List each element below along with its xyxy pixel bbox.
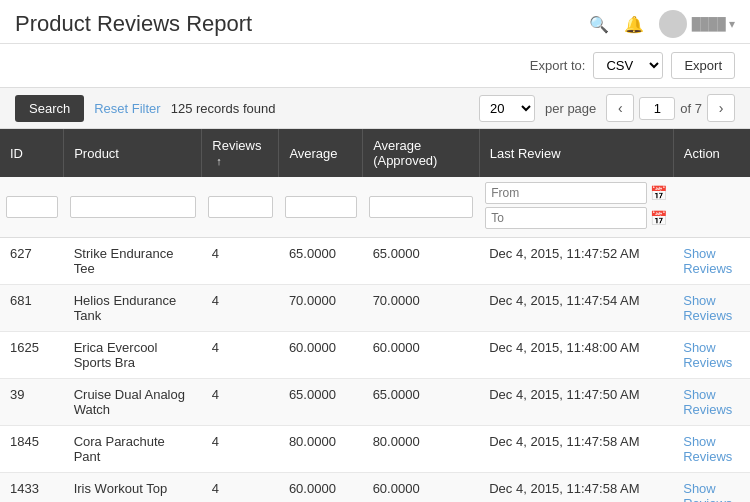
cell-product: Cora Parachute Pant bbox=[64, 426, 202, 473]
calendar-to-icon[interactable]: 📅 bbox=[650, 210, 667, 226]
cell-id: 681 bbox=[0, 285, 64, 332]
cell-product: Helios Endurance Tank bbox=[64, 285, 202, 332]
export-format-select[interactable]: CSV XML Excel bbox=[593, 52, 663, 79]
cell-last-review: Dec 4, 2015, 11:47:54 AM bbox=[479, 285, 673, 332]
col-header-action: Action bbox=[673, 129, 750, 177]
prev-page-button[interactable]: ‹ bbox=[606, 94, 634, 122]
page-total: of 7 bbox=[680, 101, 702, 116]
table-body: 627Strike Endurance Tee465.000065.0000De… bbox=[0, 238, 750, 503]
cell-avg-approved: 80.0000 bbox=[363, 426, 480, 473]
col-header-product[interactable]: Product bbox=[64, 129, 202, 177]
cell-action: Show Reviews bbox=[673, 238, 750, 285]
cell-avg-approved: 65.0000 bbox=[363, 238, 480, 285]
per-page-label: per page bbox=[545, 101, 596, 116]
calendar-from-icon[interactable]: 📅 bbox=[650, 185, 667, 201]
cell-reviews: 4 bbox=[202, 473, 279, 503]
export-bar: Export to: CSV XML Excel Export bbox=[0, 44, 750, 87]
cell-product: Erica Evercool Sports Bra bbox=[64, 332, 202, 379]
filter-average bbox=[279, 177, 363, 238]
cell-id: 1625 bbox=[0, 332, 64, 379]
show-reviews-link[interactable]: Show Reviews bbox=[683, 340, 732, 370]
cell-product: Iris Workout Top bbox=[64, 473, 202, 503]
cell-reviews: 4 bbox=[202, 332, 279, 379]
filter-date-from-input[interactable] bbox=[485, 182, 647, 204]
avatar bbox=[659, 10, 687, 38]
cell-product: Strike Endurance Tee bbox=[64, 238, 202, 285]
cell-average: 80.0000 bbox=[279, 426, 363, 473]
sort-arrow-reviews: ↑ bbox=[216, 155, 222, 167]
bell-icon[interactable]: 🔔 bbox=[624, 15, 644, 34]
table-row: 1433Iris Workout Top460.000060.0000Dec 4… bbox=[0, 473, 750, 503]
reset-filter-link[interactable]: Reset Filter bbox=[94, 101, 160, 116]
page-title: Product Reviews Report bbox=[15, 11, 252, 37]
cell-last-review: Dec 4, 2015, 11:48:00 AM bbox=[479, 332, 673, 379]
reviews-table: ID Product Reviews ↑ Average Average (Ap… bbox=[0, 129, 750, 502]
table-row: 1625Erica Evercool Sports Bra460.000060.… bbox=[0, 332, 750, 379]
cell-avg-approved: 60.0000 bbox=[363, 473, 480, 503]
filter-product-input[interactable] bbox=[70, 196, 196, 218]
cell-avg-approved: 65.0000 bbox=[363, 379, 480, 426]
records-info: 125 records found bbox=[171, 101, 276, 116]
cell-product: Cruise Dual Analog Watch bbox=[64, 379, 202, 426]
per-page-select[interactable]: 20 50 100 bbox=[479, 95, 535, 122]
col-header-last-review[interactable]: Last Review bbox=[479, 129, 673, 177]
toolbar: Search Reset Filter 125 records found 20… bbox=[0, 87, 750, 129]
col-header-reviews[interactable]: Reviews ↑ bbox=[202, 129, 279, 177]
cell-last-review: Dec 4, 2015, 11:47:52 AM bbox=[479, 238, 673, 285]
filter-row: 📅 📅 bbox=[0, 177, 750, 238]
filter-avg-approved bbox=[363, 177, 480, 238]
table-row: 627Strike Endurance Tee465.000065.0000De… bbox=[0, 238, 750, 285]
cell-id: 1433 bbox=[0, 473, 64, 503]
show-reviews-link[interactable]: Show Reviews bbox=[683, 434, 732, 464]
cell-average: 60.0000 bbox=[279, 473, 363, 503]
cell-reviews: 4 bbox=[202, 238, 279, 285]
cell-last-review: Dec 4, 2015, 11:47:58 AM bbox=[479, 473, 673, 503]
cell-action: Show Reviews bbox=[673, 379, 750, 426]
filter-date-to-input[interactable] bbox=[485, 207, 647, 229]
table-row: 681Helios Endurance Tank470.000070.0000D… bbox=[0, 285, 750, 332]
cell-reviews: 4 bbox=[202, 285, 279, 332]
cell-reviews: 4 bbox=[202, 426, 279, 473]
header-icons: 🔍 🔔 ████ ▾ bbox=[589, 10, 735, 38]
search-button[interactable]: Search bbox=[15, 95, 84, 122]
show-reviews-link[interactable]: Show Reviews bbox=[683, 246, 732, 276]
filter-avg-approved-input[interactable] bbox=[369, 196, 474, 218]
cell-action: Show Reviews bbox=[673, 285, 750, 332]
page-number-input[interactable] bbox=[639, 97, 675, 120]
export-button[interactable]: Export bbox=[671, 52, 735, 79]
filter-reviews bbox=[202, 177, 279, 238]
cell-average: 70.0000 bbox=[279, 285, 363, 332]
filter-reviews-input[interactable] bbox=[208, 196, 273, 218]
show-reviews-link[interactable]: Show Reviews bbox=[683, 481, 732, 502]
show-reviews-link[interactable]: Show Reviews bbox=[683, 293, 732, 323]
page-header: Product Reviews Report 🔍 🔔 ████ ▾ bbox=[0, 0, 750, 44]
user-label: ████ ▾ bbox=[692, 17, 735, 31]
cell-average: 65.0000 bbox=[279, 379, 363, 426]
filter-last-review: 📅 📅 bbox=[479, 177, 673, 238]
search-icon[interactable]: 🔍 bbox=[589, 15, 609, 34]
user-menu[interactable]: ████ ▾ bbox=[659, 10, 735, 38]
export-label: Export to: bbox=[530, 58, 586, 73]
pagination: ‹ of 7 › bbox=[606, 94, 735, 122]
cell-id: 39 bbox=[0, 379, 64, 426]
cell-last-review: Dec 4, 2015, 11:47:50 AM bbox=[479, 379, 673, 426]
filter-id-input[interactable] bbox=[6, 196, 58, 218]
cell-avg-approved: 70.0000 bbox=[363, 285, 480, 332]
filter-action bbox=[673, 177, 750, 238]
table-row: 39Cruise Dual Analog Watch465.000065.000… bbox=[0, 379, 750, 426]
col-header-average[interactable]: Average bbox=[279, 129, 363, 177]
col-header-avg-approved[interactable]: Average (Approved) bbox=[363, 129, 480, 177]
filter-product bbox=[64, 177, 202, 238]
next-page-button[interactable]: › bbox=[707, 94, 735, 122]
filter-average-input[interactable] bbox=[285, 196, 357, 218]
cell-avg-approved: 60.0000 bbox=[363, 332, 480, 379]
cell-id: 1845 bbox=[0, 426, 64, 473]
cell-reviews: 4 bbox=[202, 379, 279, 426]
cell-action: Show Reviews bbox=[673, 426, 750, 473]
col-header-id[interactable]: ID bbox=[0, 129, 64, 177]
show-reviews-link[interactable]: Show Reviews bbox=[683, 387, 732, 417]
table-row: 1845Cora Parachute Pant480.000080.0000De… bbox=[0, 426, 750, 473]
cell-action: Show Reviews bbox=[673, 473, 750, 503]
cell-average: 65.0000 bbox=[279, 238, 363, 285]
filter-id bbox=[0, 177, 64, 238]
